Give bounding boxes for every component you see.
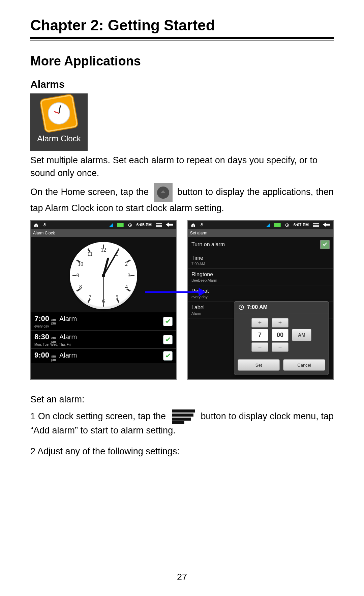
alarm-days: Mon, Tue, Wed, Thu, Fri (34, 343, 77, 346)
status-bar: 6:07 PM (188, 221, 333, 229)
app-tile-label: Alarm Clock (37, 134, 81, 143)
menu-icon (313, 223, 319, 227)
status-time: 6:05 PM (136, 223, 152, 227)
clock-num-9: 9 (77, 273, 79, 279)
status-time: 6:07 PM (294, 223, 309, 227)
setting-subtitle: 7:00 AM (191, 262, 205, 266)
set-button[interactable]: Set (238, 359, 280, 371)
screenshot-alarm-list: 6:05 PM Alarm Clock (30, 220, 177, 380)
chapter-rule-thin (30, 40, 334, 40)
clock-num-2: 2 (125, 261, 128, 267)
turn-on-alarm-checkbox[interactable] (320, 240, 330, 249)
clock-num-5: 5 (116, 294, 118, 300)
status-bar: 6:05 PM (31, 221, 176, 229)
hour-spinner: + 7 − (251, 318, 268, 352)
window-title: Set alarm (188, 229, 333, 237)
clock-pin (102, 274, 105, 277)
setting-title: Label (191, 305, 205, 311)
step-2-paragraph: 2 Adjust any of the following settings: (30, 445, 334, 458)
clock-icon (238, 304, 244, 310)
step1-part-a: 1 On clock setting screen, tap the (30, 411, 166, 421)
dialog-title: 7:00 AM (247, 304, 268, 310)
analog-clock: 12 1 2 3 4 5 6 7 8 9 10 11 (31, 237, 176, 312)
setting-subtitle: BeeBeep Alarm (191, 278, 217, 282)
screenshot-set-alarm: 6:07 PM Set alarm Turn on alarm Time 7:0… (187, 220, 334, 380)
setting-subtitle: Alarm (191, 311, 205, 315)
home-icon (191, 223, 195, 227)
clock-num-7: 7 (89, 294, 91, 300)
app-drawer-button-icon (154, 183, 173, 202)
home-icon (34, 223, 38, 227)
home-screen-paragraph: On the Home screen, tap the button to di… (30, 183, 334, 215)
section-title: More Applications (30, 54, 334, 68)
alarm-enabled-checkbox[interactable] (163, 317, 173, 326)
alarm-clock-icon (39, 93, 79, 133)
setting-title: Turn on alarm (191, 242, 225, 248)
alarm-ampm-pm: pm (51, 358, 56, 362)
chapter-rule-thick (30, 37, 334, 39)
alarm-time: 8:30 (34, 333, 49, 341)
clock-num-8: 8 (79, 284, 82, 290)
setting-time[interactable]: Time 7:00 AM (188, 252, 333, 269)
alarm-enabled-checkbox[interactable] (163, 351, 173, 361)
clock-num-10: 10 (78, 261, 83, 267)
setting-repeat[interactable]: Repeat every day (188, 285, 333, 302)
clock-num-11: 11 (87, 251, 92, 257)
hour-plus-button[interactable]: + (251, 318, 268, 328)
chapter-title: Chapter 2: Getting Started (30, 17, 334, 34)
hour-value[interactable]: 7 (251, 329, 268, 341)
setting-title: Ringtone (191, 272, 217, 278)
alarm-enabled-checkbox[interactable] (163, 335, 173, 344)
subsection-title: Alarms (30, 79, 334, 90)
screenshots-row: 6:05 PM Alarm Clock (30, 220, 334, 380)
setting-turn-on-alarm[interactable]: Turn on alarm (188, 237, 333, 252)
alarm-row[interactable]: 9:00 ampm Alarm (31, 348, 176, 363)
ampm-toggle-button[interactable]: AM (292, 329, 311, 341)
setting-ringtone[interactable]: Ringtone BeeBeep Alarm (188, 269, 333, 285)
window-title: Alarm Clock (31, 229, 176, 237)
clock-face-icon (46, 101, 72, 126)
minute-plus-button[interactable]: + (272, 318, 289, 328)
cancel-button[interactable]: Cancel (283, 359, 325, 371)
back-icon (323, 222, 330, 228)
menu-icon (156, 223, 162, 227)
alarm-status-icon (285, 223, 290, 227)
signal-icon (267, 223, 270, 227)
alarm-label: Alarm (59, 315, 77, 323)
alarm-label: Alarm (59, 333, 77, 341)
alarm-row[interactable]: 7:00 ampm Alarm every day (31, 312, 176, 330)
svg-marker-4 (199, 288, 206, 296)
second-hand (103, 276, 104, 305)
time-picker-dialog: 7:00 AM + 7 − + 00 − AM Set (234, 301, 329, 375)
step-1-paragraph: 1 On clock setting screen, tap the butto… (30, 409, 334, 437)
alarm-label: Alarm (59, 351, 77, 359)
alarm-clock-app-tile: Alarm Clock (30, 93, 88, 151)
clock-num-4: 4 (125, 284, 128, 290)
minute-minus-button[interactable]: − (272, 342, 289, 352)
setting-title: Time (191, 255, 205, 261)
minute-spinner: + 00 − (272, 318, 289, 352)
page-number: 27 (0, 572, 364, 583)
battery-icon (117, 223, 124, 227)
battery-icon (274, 223, 281, 227)
clock-num-12: 12 (101, 247, 106, 253)
alarm-ampm-pm: pm (51, 322, 56, 325)
mic-icon (42, 223, 47, 227)
clock-num-3: 3 (128, 273, 130, 279)
para2-part-a: On the Home screen, tap the (30, 187, 149, 197)
alarm-row[interactable]: 8:30 ampm Alarm Mon, Tue, Wed, Thu, Fri (31, 330, 176, 348)
intro-paragraph: Set multiple alarms. Set each alarm to r… (30, 154, 334, 180)
back-icon (166, 222, 173, 228)
set-an-alarm-heading: Set an alarm: (30, 393, 334, 406)
hour-minus-button[interactable]: − (251, 342, 268, 352)
menu-button-icon (172, 409, 195, 424)
minute-value[interactable]: 00 (272, 329, 289, 341)
alarm-time: 9:00 (34, 351, 49, 360)
mic-icon (200, 223, 204, 227)
signal-icon (110, 223, 113, 227)
alarm-status-icon (128, 223, 132, 227)
blue-arrow-icon (145, 285, 206, 299)
alarm-time: 7:00 (34, 314, 49, 323)
